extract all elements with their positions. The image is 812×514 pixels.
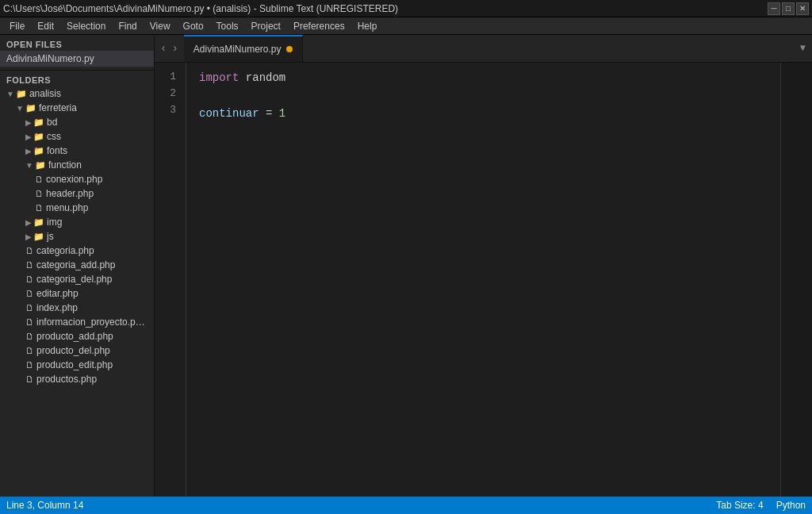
file-icon: 🗋 xyxy=(25,246,34,255)
close-button[interactable]: ✕ xyxy=(796,2,809,15)
tab-next-arrow[interactable]: › xyxy=(169,42,180,55)
menu-find[interactable]: Find xyxy=(112,19,143,33)
main-layout: OPEN FILES AdivinaMiNumero.py FOLDERS ▼ … xyxy=(0,35,812,497)
arrow-icon: ▼ xyxy=(16,104,24,113)
tree-file-index[interactable]: 🗋 index.php xyxy=(0,301,154,315)
menu-view[interactable]: View xyxy=(144,19,177,33)
tree-file-productos[interactable]: 🗋 productos.php xyxy=(0,372,154,386)
status-tab-size: Tab Size: 4 xyxy=(716,500,763,511)
folder-name: img xyxy=(47,217,62,228)
file-name: categoria_add.php xyxy=(36,259,115,270)
arrow-icon: ▶ xyxy=(25,147,32,155)
menu-edit[interactable]: Edit xyxy=(31,19,60,33)
titlebar-controls: ─ □ ✕ xyxy=(768,2,809,15)
menu-project[interactable]: Project xyxy=(245,19,287,33)
file-icon: 🗋 xyxy=(25,317,34,327)
titlebar-title: C:\Users\José\Documents\AdivinaMiNumero.… xyxy=(3,3,398,14)
menu-preferences[interactable]: Preferences xyxy=(287,19,351,33)
tree-file-categoria[interactable]: 🗋 categoria.php xyxy=(0,244,154,258)
file-icon: 🗋 xyxy=(25,260,34,270)
tree-folder-fonts[interactable]: ▶ 📁 fonts xyxy=(0,144,154,158)
editor-area: ‹ › AdivinaMiNumero.py ▼ 1 2 3 import ra… xyxy=(155,35,812,497)
tree-file-producto-add[interactable]: 🗋 producto_add.php xyxy=(0,329,154,343)
code-line-2 xyxy=(199,86,768,104)
folders-section: FOLDERS ▼ 📁 analisis ▼ 📁 ferreteria ▶ xyxy=(0,71,154,497)
file-name: index.php xyxy=(36,302,78,313)
tree-file-categoria-del[interactable]: 🗋 categoria_del.php xyxy=(0,272,154,286)
arrow-icon: ▶ xyxy=(25,132,32,141)
menubar: File Edit Selection Find View Goto Tools… xyxy=(0,17,812,35)
module-random: random xyxy=(246,71,285,84)
tree-file-menu[interactable]: 🗋 menu.php xyxy=(0,201,154,215)
tab-adivinaminumero[interactable]: AdivinaMiNumero.py xyxy=(184,35,303,62)
arrow-icon: ▼ xyxy=(6,90,14,98)
open-files-section: OPEN FILES AdivinaMiNumero.py xyxy=(0,35,154,71)
file-icon: 🗋 xyxy=(25,303,34,313)
status-left: Line 3, Column 14 xyxy=(6,500,83,511)
minimize-button[interactable]: ─ xyxy=(768,2,780,15)
line-num-3: 3 xyxy=(155,102,182,119)
file-icon: 🗋 xyxy=(25,360,34,370)
menu-file[interactable]: File xyxy=(3,19,31,33)
tab-prev-arrow[interactable]: ‹ xyxy=(158,42,169,55)
tree-file-producto-edit[interactable]: 🗋 producto_edit.php xyxy=(0,358,154,372)
var-continuar: continuar xyxy=(199,107,259,120)
menu-tools[interactable]: Tools xyxy=(210,19,245,33)
folder-name: css xyxy=(47,131,61,142)
tree-folder-css[interactable]: ▶ 📁 css xyxy=(0,129,154,144)
open-file-item[interactable]: AdivinaMiNumero.py xyxy=(0,51,154,67)
status-right: Tab Size: 4 Python xyxy=(716,500,806,511)
status-position: Line 3, Column 14 xyxy=(6,500,83,511)
file-name: informacion_proyecto.p… xyxy=(36,316,145,328)
tab-dropdown-arrow[interactable]: ▼ xyxy=(794,43,812,54)
folder-icon: 📁 xyxy=(35,160,46,171)
tree-file-header[interactable]: 🗋 header.php xyxy=(0,186,154,201)
file-icon: 🗋 xyxy=(25,332,34,341)
tree-folder-analisis[interactable]: ▼ 📁 analisis xyxy=(0,86,154,101)
tree-file-editar[interactable]: 🗋 editar.php xyxy=(0,286,154,301)
restore-button[interactable]: □ xyxy=(782,2,795,15)
tree-file-categoria-add[interactable]: 🗋 categoria_add.php xyxy=(0,258,154,272)
tree-file-conexion[interactable]: 🗋 conexion.php xyxy=(0,172,154,186)
tab-bar: ‹ › AdivinaMiNumero.py ▼ xyxy=(155,35,812,63)
folder-icon: 📁 xyxy=(25,103,36,113)
tree-file-informacion[interactable]: 🗋 informacion_proyecto.p… xyxy=(0,315,154,329)
folder-icon: 📁 xyxy=(33,132,44,142)
arrow-icon: ▶ xyxy=(25,118,32,127)
file-name: menu.php xyxy=(46,202,88,213)
folder-name: function xyxy=(48,159,82,171)
arrow-icon: ▶ xyxy=(25,232,32,241)
tree-folder-ferreteria[interactable]: ▼ 📁 ferreteria xyxy=(0,101,154,115)
arrow-icon: ▶ xyxy=(25,218,32,227)
value-1: 1 xyxy=(279,107,285,120)
folder-icon: 📁 xyxy=(33,217,44,228)
tree-folder-js[interactable]: ▶ 📁 js xyxy=(0,229,154,244)
tab-nav-arrows: ‹ › xyxy=(155,35,184,62)
tab-modified-dot xyxy=(286,46,293,52)
menu-selection[interactable]: Selection xyxy=(60,19,112,33)
file-name: producto_del.php xyxy=(36,345,110,356)
folder-icon: 📁 xyxy=(33,232,44,242)
folder-icon: 📁 xyxy=(33,146,44,156)
sidebar: OPEN FILES AdivinaMiNumero.py FOLDERS ▼ … xyxy=(0,35,155,497)
tree-folder-bd[interactable]: ▶ 📁 bd xyxy=(0,115,154,129)
tree-folder-function[interactable]: ▼ 📁 function xyxy=(0,158,154,172)
file-name: productos.php xyxy=(36,374,97,385)
file-icon: 🗋 xyxy=(25,274,34,284)
code-area[interactable]: 1 2 3 import random continuar = 1 xyxy=(155,63,812,497)
tree-file-producto-del[interactable]: 🗋 producto_del.php xyxy=(0,343,154,358)
folder-icon: 📁 xyxy=(16,89,27,99)
file-name: categoria_del.php xyxy=(36,274,112,285)
tab-label: AdivinaMiNumero.py xyxy=(193,44,282,55)
keyword-import: import xyxy=(199,71,239,84)
file-icon: 🗋 xyxy=(25,289,34,298)
folder-name: js xyxy=(47,231,54,242)
folder-icon: 📁 xyxy=(33,117,44,128)
code-editor[interactable]: import random continuar = 1 xyxy=(186,63,780,497)
status-language: Python xyxy=(776,500,806,511)
line-num-1: 1 xyxy=(155,69,182,86)
menu-goto[interactable]: Goto xyxy=(177,19,210,33)
code-line-3: continuar = 1 xyxy=(199,105,768,122)
tree-folder-img[interactable]: ▶ 📁 img xyxy=(0,215,154,229)
menu-help[interactable]: Help xyxy=(351,19,384,33)
